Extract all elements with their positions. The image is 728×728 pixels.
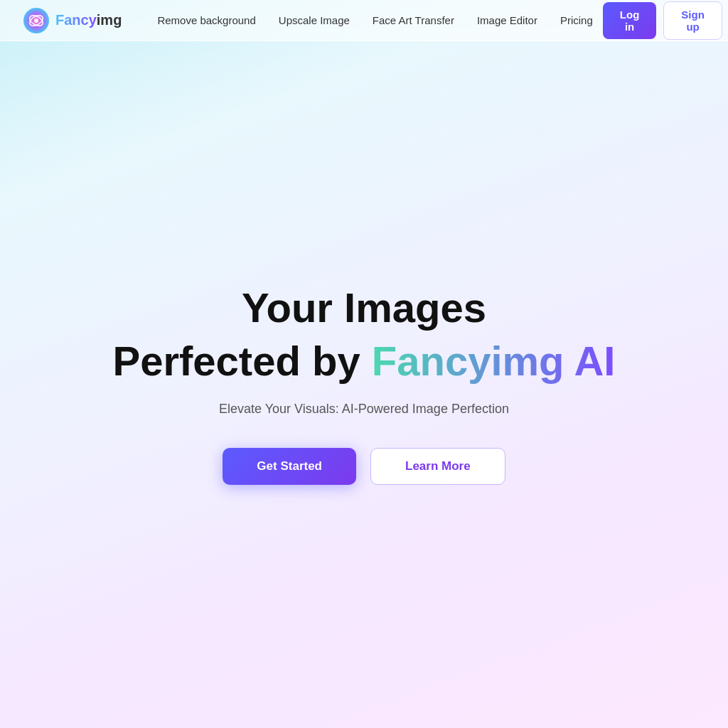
hero-title-line1: Your Images <box>242 284 486 332</box>
login-button[interactable]: Log in <box>603 2 657 39</box>
hero-title-brand: Fancyimg AI <box>372 338 616 384</box>
nav-face-art[interactable]: Face Art Transfer <box>363 9 464 32</box>
logo-icon <box>23 7 50 34</box>
logo-link[interactable]: Fancyimg <box>23 7 122 34</box>
nav-image-editor[interactable]: Image Editor <box>467 9 547 32</box>
nav-upscale[interactable]: Upscale Image <box>269 9 360 32</box>
navbar: Fancyimg Remove background Upscale Image… <box>0 0 728 41</box>
hero-section: Your Images Perfected by Fancyimg AI Ele… <box>0 41 728 728</box>
hero-subtitle: Elevate Your Visuals: AI-Powered Image P… <box>219 402 509 417</box>
learn-more-button[interactable]: Learn More <box>370 448 505 485</box>
get-started-button[interactable]: Get Started <box>223 448 356 485</box>
svg-point-3 <box>34 18 38 23</box>
hero-title-prefix: Perfected by <box>113 338 372 384</box>
logo-text: Fancyimg <box>55 12 122 28</box>
nav-links: Remove background Upscale Image Face Art… <box>147 9 602 32</box>
hero-buttons: Get Started Learn More <box>223 448 505 485</box>
nav-actions: Log in Sign up <box>603 1 722 40</box>
nav-pricing[interactable]: Pricing <box>550 9 603 32</box>
nav-remove-bg[interactable]: Remove background <box>147 9 265 32</box>
signup-button[interactable]: Sign up <box>663 1 722 40</box>
hero-title-line2: Perfected by Fancyimg AI <box>113 338 616 385</box>
